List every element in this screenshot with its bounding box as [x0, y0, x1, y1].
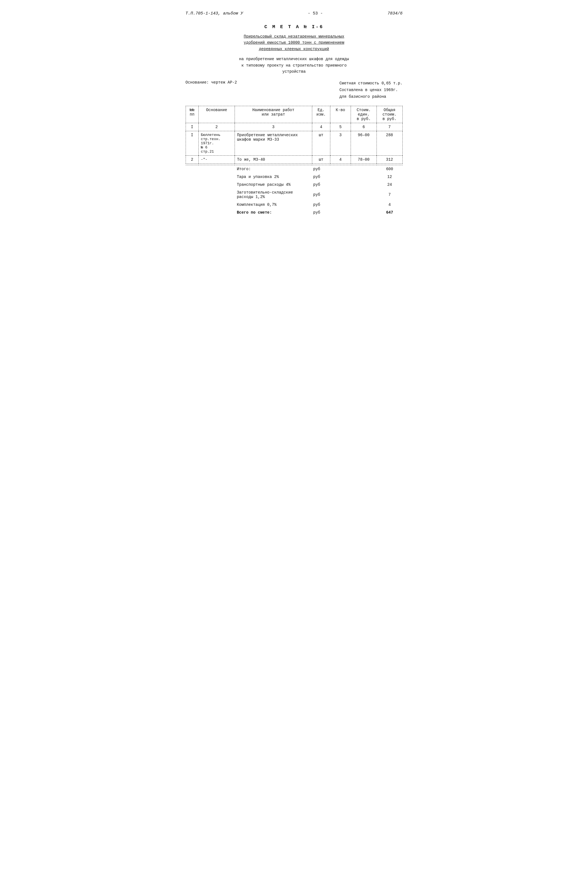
th-base-idx: 2 — [198, 123, 235, 131]
sum-empty-num — [186, 181, 198, 189]
cell-price: 96–00 — [351, 131, 377, 155]
header-center: - 53 - — [308, 11, 323, 16]
sum-empty-qty — [330, 201, 351, 209]
title-section: С М Е Т А № I-6 Прирельсовый склад незат… — [186, 24, 403, 75]
table-header-row: №№пп Основание Наименование работили зат… — [186, 106, 402, 123]
th-num: №№пп — [186, 106, 198, 123]
table-header-numbers-row: I 2 3 4 5 6 7 — [186, 123, 402, 131]
meta-left: Основание: чертеж АР-2 — [186, 80, 237, 100]
sum-value: 647 — [377, 209, 403, 216]
header-right: 7834/6 — [387, 11, 402, 16]
sum-empty-price — [351, 173, 377, 181]
cell-total: 288 — [376, 131, 402, 155]
th-total: Общаястоим.в руб. — [376, 106, 402, 123]
sum-label: Всего по смете: — [235, 209, 312, 216]
sum-empty-base — [198, 173, 235, 181]
table-row: 2 -"- То же, МЗ-40 шт 4 78–00 312 — [186, 155, 402, 164]
th-unit-idx: 4 — [312, 123, 330, 131]
th-base: Основание — [198, 106, 235, 123]
sub-description: на приобретение металлических шкафов для… — [186, 56, 403, 75]
th-num-idx: I — [186, 123, 198, 131]
sum-value: 24 — [377, 181, 403, 189]
sum-empty-price — [351, 181, 377, 189]
cell-qty: 4 — [330, 155, 351, 164]
sum-value: 600 — [377, 165, 403, 173]
sum-empty-num — [186, 165, 198, 173]
sum-empty-base — [198, 209, 235, 216]
th-name: Наименование работили затрат — [235, 106, 312, 123]
sum-empty-num — [186, 209, 198, 216]
cell-total: 312 — [376, 155, 402, 164]
th-price: Стоим.един.в руб. — [351, 106, 377, 123]
th-qty: К-во — [330, 106, 351, 123]
cell-name: Приобретение металлических шкафов марки … — [235, 131, 312, 155]
sum-empty-base — [198, 181, 235, 189]
summary-row: Всего по смете: руб 647 — [186, 209, 403, 216]
sum-label: Транспортные расходы 4% — [235, 181, 312, 189]
summary-row: Тара и упаковка 2% руб 12 — [186, 173, 403, 181]
sum-unit: руб — [312, 173, 330, 181]
sum-unit: руб — [312, 189, 330, 201]
sum-empty-price — [351, 209, 377, 216]
sum-value: 4 — [377, 201, 403, 209]
sum-empty-qty — [330, 165, 351, 173]
th-qty-idx: 5 — [330, 123, 351, 131]
sum-unit: руб — [312, 181, 330, 189]
summary-row: Заготовительно-складские расходы 1,2% ру… — [186, 189, 403, 201]
th-price-idx: 6 — [351, 123, 377, 131]
summary-row: Комплектация 0,7% руб 4 — [186, 201, 403, 209]
sum-empty-base — [198, 165, 235, 173]
th-name-idx: 3 — [235, 123, 312, 131]
summary-row: Итого: руб 600 — [186, 165, 403, 173]
page-header: Т.П.705-1-143, альбом У - 53 - 7834/6 — [186, 11, 403, 16]
cell-num: 2 — [186, 155, 198, 164]
sum-empty-base — [198, 189, 235, 201]
sum-empty-num — [186, 201, 198, 209]
sum-empty-price — [351, 165, 377, 173]
sum-empty-qty — [330, 209, 351, 216]
sum-empty-base — [198, 201, 235, 209]
sum-empty-num — [186, 173, 198, 181]
description: Прирельсовый склад незатаренных минераль… — [186, 33, 403, 52]
header-left: Т.П.705-1-143, альбом У — [186, 11, 243, 16]
sum-empty-qty — [330, 181, 351, 189]
main-table: №№пп Основание Наименование работили зат… — [186, 106, 403, 164]
sum-label: Тара и упаковка 2% — [235, 173, 312, 181]
sum-label: Итого: — [235, 165, 312, 173]
cell-qty: 3 — [330, 131, 351, 155]
cell-base: -"- — [198, 155, 235, 164]
cell-unit: шт — [312, 155, 330, 164]
meta-section: Основание: чертеж АР-2 Сметная стоимость… — [186, 80, 403, 100]
sum-unit: руб — [312, 165, 330, 173]
summary-section: Итого: руб 600 Тара и упаковка 2% руб 12… — [186, 164, 403, 216]
sum-value: 7 — [377, 189, 403, 201]
cell-num: I — [186, 131, 198, 155]
summary-row: Транспортные расходы 4% руб 24 — [186, 181, 403, 189]
sum-empty-qty — [330, 173, 351, 181]
sum-empty-price — [351, 201, 377, 209]
smeta-title: С М Е Т А № I-6 — [186, 24, 403, 30]
sum-label: Комплектация 0,7% — [235, 201, 312, 209]
meta-right: Сметная стоимость 0,65 т.р. Составлена в… — [339, 80, 403, 100]
sum-empty-price — [351, 189, 377, 201]
th-unit: Ед.изм. — [312, 106, 330, 123]
cell-name: То же, МЗ-40 — [235, 155, 312, 164]
sum-unit: руб — [312, 209, 330, 216]
th-total-idx: 7 — [376, 123, 402, 131]
sum-unit: руб — [312, 201, 330, 209]
sum-value: 12 — [377, 173, 403, 181]
table-row: I Бюллетень стр.техн. 1971г. № 6 стр.21 … — [186, 131, 402, 155]
cell-price: 78–00 — [351, 155, 377, 164]
cell-base: Бюллетень стр.техн. 1971г. № 6 стр.21 — [198, 131, 235, 155]
sum-empty-qty — [330, 189, 351, 201]
sum-label: Заготовительно-складские расходы 1,2% — [235, 189, 312, 201]
cell-unit: шт — [312, 131, 330, 155]
sum-empty-num — [186, 189, 198, 201]
